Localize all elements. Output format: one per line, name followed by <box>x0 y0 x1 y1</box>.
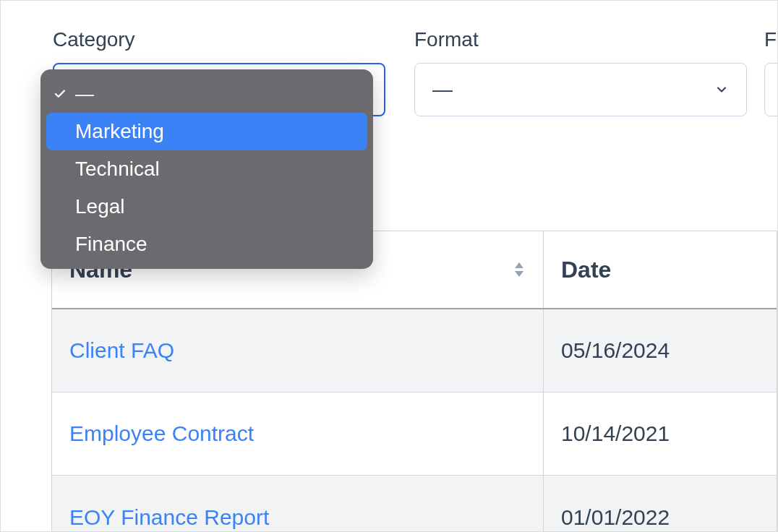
svg-marker-1 <box>515 271 523 277</box>
filter-format: Format — <box>414 28 747 116</box>
date-text: 01/01/2022 <box>561 505 670 530</box>
dropdown-option-label: Finance <box>75 233 148 256</box>
chevron-down-icon <box>714 82 729 97</box>
filter-format-label: Format <box>414 28 747 51</box>
dropdown-option-label: Marketing <box>75 120 164 143</box>
dropdown-option-technical[interactable]: Technical <box>46 150 367 188</box>
column-header-date-text: Date <box>561 257 611 283</box>
format-select-value: — <box>432 78 453 101</box>
cell-name: EOY Finance Report <box>52 476 544 532</box>
table-row: EOY Finance Report 01/01/2022 <box>52 476 777 532</box>
table-row: Client FAQ 05/16/2024 <box>52 309 777 392</box>
cell-date: 10/14/2021 <box>544 392 777 475</box>
cell-name: Client FAQ <box>52 309 544 392</box>
cell-name: Employee Contract <box>52 392 544 475</box>
date-text: 05/16/2024 <box>561 338 670 363</box>
sort-icon <box>513 261 526 278</box>
svg-marker-0 <box>515 262 523 268</box>
category-dropdown: — Marketing Technical Legal Finance <box>40 69 373 269</box>
filter-category-label: Category <box>53 28 385 51</box>
dropdown-option-marketing[interactable]: Marketing <box>46 113 367 150</box>
dropdown-option-empty[interactable]: — <box>46 75 367 113</box>
format-select[interactable]: — <box>414 63 747 116</box>
filter-partial-label: F <box>764 28 777 51</box>
dropdown-option-label: Technical <box>75 158 160 181</box>
dropdown-option-finance[interactable]: Finance <box>46 226 367 263</box>
check-icon <box>54 87 67 100</box>
column-header-date[interactable]: Date <box>544 231 777 308</box>
document-link[interactable]: Client FAQ <box>69 338 174 363</box>
documents-table: Name Date Client FAQ 05/16/2024 Employee… <box>51 231 777 532</box>
document-link[interactable]: Employee Contract <box>69 421 254 446</box>
dropdown-option-label: Legal <box>75 195 125 218</box>
cell-date: 05/16/2024 <box>544 309 777 392</box>
document-link[interactable]: EOY Finance Report <box>69 505 269 530</box>
dropdown-option-legal[interactable]: Legal <box>46 188 367 226</box>
dropdown-option-label: — <box>75 83 93 106</box>
date-text: 10/14/2021 <box>561 421 670 446</box>
table-row: Employee Contract 10/14/2021 <box>52 392 777 476</box>
cell-date: 01/01/2022 <box>544 476 777 532</box>
filter-partial-select[interactable] <box>764 63 778 116</box>
